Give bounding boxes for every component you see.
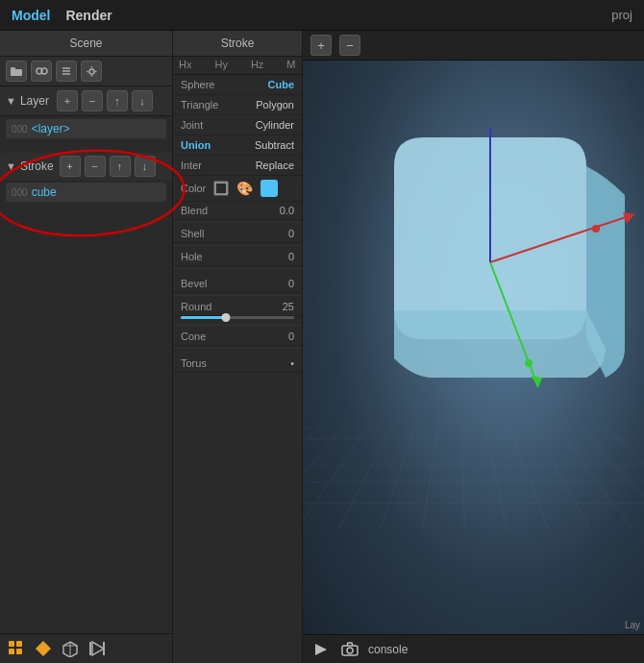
union-val: Subtract: [255, 139, 294, 151]
color-palette-btn[interactable]: 🎨: [236, 181, 253, 196]
view-minus-btn[interactable]: −: [339, 35, 360, 56]
svg-rect-11: [9, 649, 14, 654]
cone-label: Cone: [181, 331, 206, 342]
layer-remove-btn[interactable]: −: [82, 90, 103, 111]
cone-row[interactable]: Cone 0: [173, 328, 302, 346]
stroke-row-inter[interactable]: Inter Replace: [173, 156, 302, 176]
scene-panel: Scene ▼ Layer + − ↑ ↓ 000 <layer>: [0, 31, 173, 663]
bevel-val: 0: [288, 278, 294, 289]
layer-up-btn[interactable]: ↑: [107, 90, 128, 111]
cone-val: 0: [288, 331, 294, 342]
layer-header: ▼ Layer + − ↑ ↓: [0, 86, 172, 116]
bevel-row[interactable]: Bevel 0: [173, 275, 302, 293]
stroke-panel: Stroke Hx Hy Hz M Sphere Cube Triangle P…: [173, 31, 303, 663]
scene-settings-btn[interactable]: [81, 61, 102, 82]
torus-row[interactable]: Torus •: [173, 355, 302, 373]
sphere-val: Cube: [268, 79, 295, 90]
stroke-row-sphere[interactable]: Sphere Cube: [173, 75, 302, 95]
round-label: Round: [181, 301, 211, 312]
stroke-item-cube[interactable]: 000 cube: [6, 183, 166, 202]
torus-dot: •: [290, 357, 294, 369]
stroke-up-btn[interactable]: ↑: [110, 156, 131, 177]
3d-viewport[interactable]: Lay: [303, 61, 644, 634]
union-key: Union: [181, 139, 211, 151]
stroke-subsection-wrapper: ▼ Stroke + − ↑ ↓ 000 cube: [0, 153, 172, 205]
icon-cube-btn[interactable]: [60, 638, 81, 659]
sphere-key: Sphere: [181, 79, 214, 90]
shell-label: Shell: [181, 228, 204, 239]
shell-row[interactable]: Shell 0: [173, 225, 302, 243]
hole-val: 0: [288, 251, 294, 262]
bottom-bar: console: [303, 634, 644, 663]
cube-svg: [327, 80, 644, 483]
svg-rect-10: [16, 641, 22, 647]
scene-toolbar: [0, 57, 172, 86]
icon-diamond-btn[interactable]: [33, 638, 54, 659]
bevel-label: Bevel: [181, 278, 208, 289]
blend-val: 0.0: [280, 205, 294, 216]
round-slider-area[interactable]: [173, 316, 302, 323]
inter-val: Replace: [256, 160, 294, 171]
joint-val: Cylinder: [256, 119, 294, 131]
stroke-section-header: ▼ Stroke + − ↑ ↓: [0, 153, 172, 180]
round-row[interactable]: Round 25: [173, 298, 302, 316]
layer-name: <layer>: [32, 122, 70, 135]
top-menubar: Model Render proj: [0, 0, 644, 31]
color-label: Color: [181, 183, 206, 194]
play-btn[interactable]: [310, 639, 332, 660]
svg-marker-24: [531, 376, 542, 387]
col-hx: Hx: [179, 59, 191, 70]
view-plus-btn[interactable]: +: [310, 35, 332, 56]
scene-link-btn[interactable]: [31, 61, 52, 82]
blend-row[interactable]: Blend 0.0: [173, 202, 302, 220]
layer-item[interactable]: 000 <layer>: [6, 119, 166, 138]
layer-down-btn[interactable]: ↓: [132, 90, 153, 111]
col-hy: Hy: [214, 59, 227, 70]
left-bottom-area: [0, 633, 172, 663]
stroke-row-union[interactable]: Union Subtract: [173, 135, 302, 156]
stroke-item-index: 000: [12, 187, 28, 198]
stroke-col-headers: Hx Hy Hz M: [173, 57, 302, 75]
bottom-icons-row: [0, 633, 172, 663]
shell-val: 0: [288, 228, 294, 239]
triangle-val: Polygon: [256, 99, 294, 110]
main-layout: Scene ▼ Layer + − ↑ ↓ 000 <layer>: [0, 31, 644, 663]
svg-rect-20: [215, 183, 227, 194]
menu-model[interactable]: Model: [12, 8, 50, 23]
svg-rect-1: [11, 67, 15, 70]
console-label: console: [368, 643, 408, 656]
icon-play-btn[interactable]: [87, 638, 108, 659]
scene-folder-btn[interactable]: [6, 61, 27, 82]
scene-arrange-btn[interactable]: [56, 61, 77, 82]
stroke-item-name: cube: [32, 185, 57, 199]
svg-marker-13: [36, 641, 51, 656]
scene-header: Scene: [0, 31, 172, 57]
icon-grid-btn[interactable]: [6, 638, 27, 659]
svg-point-26: [592, 225, 600, 233]
svg-rect-9: [9, 641, 14, 647]
svg-rect-12: [16, 649, 22, 654]
layer-label: Layer: [20, 94, 49, 108]
stroke-remove-btn[interactable]: −: [85, 156, 106, 177]
triangle-key: Triangle: [181, 99, 218, 110]
svg-point-30: [347, 648, 353, 653]
color-frame-btn[interactable]: [213, 181, 229, 196]
svg-marker-17: [92, 642, 104, 655]
svg-marker-28: [315, 644, 327, 655]
stroke-row-triangle[interactable]: Triangle Polygon: [173, 95, 302, 115]
hole-row[interactable]: Hole 0: [173, 248, 302, 266]
stroke-panel-header: Stroke: [173, 31, 302, 57]
view-toolbar: + −: [303, 31, 644, 61]
viewport-panel: + −: [303, 31, 644, 663]
color-swatch[interactable]: [260, 180, 278, 197]
stroke-section-label: Stroke: [20, 160, 54, 173]
menu-render[interactable]: Render: [65, 8, 111, 23]
stroke-row-joint[interactable]: Joint Cylinder: [173, 115, 302, 135]
camera-btn[interactable]: [339, 639, 360, 660]
layer-add-btn[interactable]: +: [57, 90, 78, 111]
stroke-add-btn[interactable]: +: [60, 156, 81, 177]
stroke-down-btn[interactable]: ↓: [135, 156, 156, 177]
color-row: Color 🎨: [173, 176, 302, 202]
inter-key: Inter: [181, 160, 202, 171]
col-hz: Hz: [251, 59, 263, 70]
